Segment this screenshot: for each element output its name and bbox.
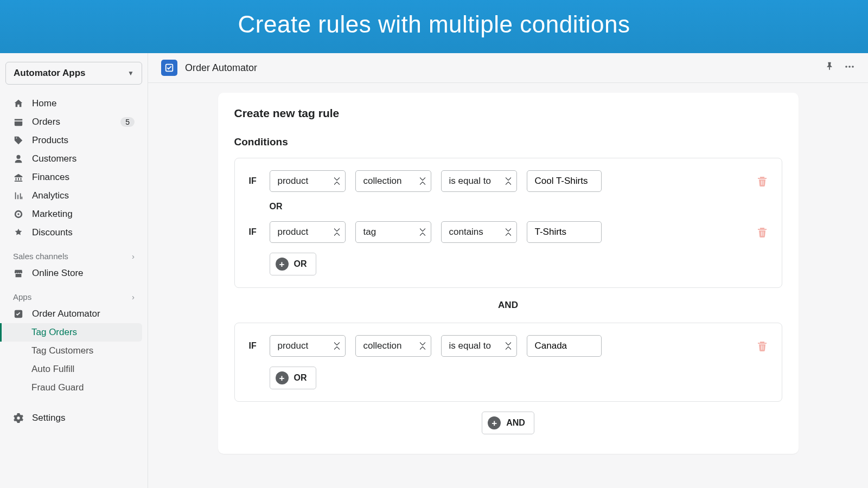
nav-customers[interactable]: Customers (5, 150, 142, 168)
caret-down-icon: ▼ (127, 69, 134, 77)
customers-icon (13, 153, 24, 164)
nav-finances[interactable]: Finances (5, 168, 142, 187)
conditions-title: Conditions (234, 136, 782, 148)
if-label: IF (249, 341, 260, 351)
if-label: IF (249, 176, 260, 186)
operator-select[interactable]: contains (441, 221, 517, 243)
store-icon (13, 268, 24, 279)
value-input[interactable] (527, 170, 602, 192)
nav-online-store[interactable]: Online Store (5, 264, 142, 282)
nav-label: Analytics (32, 190, 135, 201)
subnav-tag-orders[interactable]: Tag Orders (0, 323, 142, 342)
topbar: Order Automator (148, 53, 868, 83)
add-and-label: AND (506, 418, 525, 428)
store-name: Automator Apps (14, 68, 86, 79)
subnav-tag-customers[interactable]: Tag Customers (5, 342, 142, 360)
chevron-right-icon: › (132, 292, 135, 301)
nav-label: Orders (32, 117, 112, 127)
nav-label: Customers (32, 153, 135, 164)
add-or-button[interactable]: + OR (270, 253, 316, 275)
section-label: Sales channels (13, 252, 68, 261)
svg-point-4 (852, 66, 854, 68)
nav-order-automator[interactable]: Order Automator (5, 305, 142, 323)
subject-select[interactable]: product (270, 170, 346, 192)
subject-select[interactable]: product (270, 335, 346, 357)
nav-settings[interactable]: Settings (5, 409, 142, 427)
or-label: OR (270, 202, 768, 211)
orders-icon (13, 117, 24, 127)
add-or-label: OR (294, 373, 307, 383)
plus-icon: + (276, 258, 289, 271)
condition-row: IF product collection is equal to (249, 170, 768, 192)
nav-label: Settings (32, 413, 65, 423)
add-or-button[interactable]: + OR (270, 367, 316, 389)
section-sales-channels[interactable]: Sales channels › (5, 242, 142, 264)
nav-label: Home (32, 98, 135, 109)
svg-point-2 (845, 66, 847, 68)
nav-label: Products (32, 135, 135, 146)
delete-icon[interactable] (757, 227, 768, 237)
nav-label: Online Store (32, 268, 135, 279)
nav-label: Order Automator (32, 309, 135, 319)
value-input[interactable] (527, 335, 602, 357)
nav-home[interactable]: Home (5, 94, 142, 113)
nav-analytics[interactable]: Analytics (5, 187, 142, 205)
finances-icon (13, 172, 24, 183)
discounts-icon (13, 227, 24, 238)
card-title: Create new tag rule (234, 107, 782, 120)
nav-marketing[interactable]: Marketing (5, 205, 142, 223)
add-and-button[interactable]: + AND (482, 412, 534, 434)
subnav-auto-fulfill[interactable]: Auto Fulfill (5, 360, 142, 378)
app-logo-icon (161, 60, 177, 76)
nav-label: Finances (32, 172, 135, 183)
condition-row: IF product collection is equal to (249, 335, 768, 357)
condition-row: IF product tag contains (249, 221, 768, 243)
attribute-select[interactable]: tag (355, 221, 431, 243)
store-selector[interactable]: Automator Apps ▼ (5, 62, 142, 85)
value-input[interactable] (527, 221, 602, 243)
app-title: Order Automator (185, 62, 257, 74)
banner-title: Create rules with multiple conditions (0, 0, 868, 53)
subnav-fraud-guard[interactable]: Fraud Guard (5, 378, 142, 397)
delete-icon[interactable] (757, 176, 768, 187)
operator-select[interactable]: is equal to (441, 170, 517, 192)
home-icon (13, 98, 24, 109)
nav-discounts[interactable]: Discounts (5, 223, 142, 242)
more-icon[interactable] (844, 61, 855, 74)
add-or-label: OR (294, 259, 307, 269)
svg-point-3 (848, 66, 851, 68)
nav-orders[interactable]: Orders 5 (5, 113, 142, 131)
orders-badge: 5 (120, 117, 135, 127)
plus-icon: + (276, 371, 289, 384)
pin-icon[interactable] (825, 61, 834, 74)
delete-icon[interactable] (757, 341, 768, 351)
section-apps[interactable]: Apps › (5, 282, 142, 305)
attribute-select[interactable]: collection (355, 335, 431, 357)
sidebar: Automator Apps ▼ Home Orders 5 Products … (0, 53, 148, 488)
nav-label: Marketing (32, 209, 135, 220)
marketing-icon (13, 209, 24, 220)
plus-icon: + (488, 416, 501, 429)
app-icon (13, 309, 24, 319)
condition-group: IF product collection is equal to OR IF … (234, 158, 782, 288)
and-label: AND (234, 300, 782, 311)
subject-select[interactable]: product (270, 221, 346, 243)
analytics-icon (13, 190, 24, 201)
condition-group: IF product collection is equal to + OR (234, 323, 782, 402)
if-label: IF (249, 227, 260, 237)
chevron-right-icon: › (132, 252, 135, 261)
gear-icon (13, 413, 24, 423)
products-icon (13, 135, 24, 146)
nav-products[interactable]: Products (5, 131, 142, 150)
operator-select[interactable]: is equal to (441, 335, 517, 357)
nav-label: Discounts (32, 227, 135, 238)
attribute-select[interactable]: collection (355, 170, 431, 192)
rule-card: Create new tag rule Conditions IF produc… (218, 93, 799, 454)
section-label: Apps (13, 292, 31, 301)
